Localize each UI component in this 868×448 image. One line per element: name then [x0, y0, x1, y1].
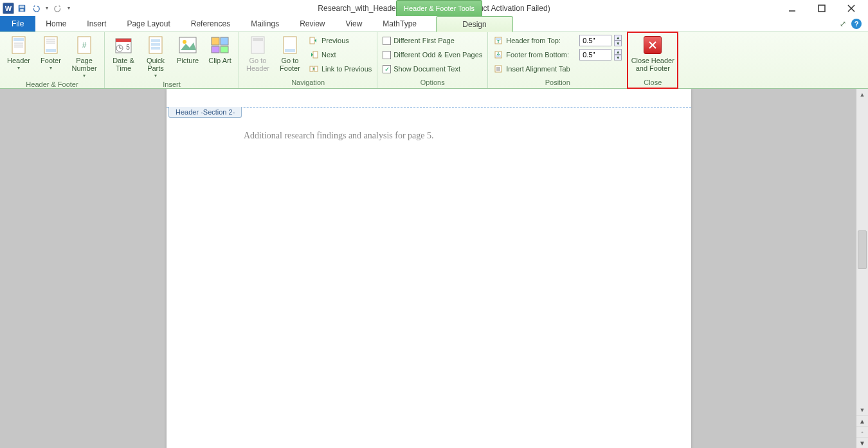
header-icon — [8, 35, 29, 55]
svg-rect-42 — [314, 66, 318, 71]
svg-rect-4 — [818, 5, 825, 12]
spin-down[interactable]: ▼ — [614, 55, 622, 61]
footer-icon — [41, 35, 61, 55]
svg-rect-32 — [221, 37, 228, 45]
maximize-button[interactable] — [813, 2, 831, 15]
svg-rect-31 — [212, 37, 219, 45]
footer-from-bottom-row: Footer from Bottom: ▲▼ — [491, 48, 624, 62]
window-controls — [783, 2, 865, 15]
spin-down[interactable]: ▼ — [614, 41, 622, 46]
tab-file[interactable]: File — [0, 16, 35, 32]
svg-rect-34 — [221, 46, 228, 53]
goto-footer-button[interactable]: Go to Footer — [274, 33, 306, 72]
svg-rect-1 — [20, 5, 24, 8]
vertical-scrollbar[interactable]: ▲ ▼ ▲ ◦ ▼ — [856, 89, 868, 448]
page-number-button[interactable]: # Page Number▾ — [67, 33, 102, 80]
clip-art-button[interactable]: Clip Art — [204, 33, 236, 64]
quick-parts-button[interactable]: Quick Parts▾ — [140, 33, 172, 80]
group-label: Options — [380, 78, 485, 88]
svg-rect-38 — [285, 49, 295, 52]
contextual-tab-label: Header & Footer Tools — [396, 0, 482, 16]
goto-header-button: Go to Header — [242, 33, 274, 72]
group-label: Navigation — [242, 78, 374, 88]
tab-view[interactable]: View — [336, 16, 373, 32]
save-icon[interactable] — [15, 2, 28, 15]
page-number-icon: # — [74, 35, 95, 55]
tab-mathtype[interactable]: MathType — [372, 16, 427, 32]
tab-insert[interactable]: Insert — [77, 16, 116, 32]
header-section-label: Header -Section 2- — [168, 107, 242, 118]
tab-mailings[interactable]: Mailings — [240, 16, 289, 32]
group-header-footer: Header▾ Footer▾ # Page Number▾ Header & … — [0, 32, 105, 88]
page[interactable]: Header -Section 2- Additional research f… — [167, 89, 691, 448]
link-to-previous-button[interactable]: Link to Previous — [306, 62, 374, 76]
spin-up[interactable]: ▲ — [614, 49, 622, 55]
redo-icon[interactable] — [51, 2, 64, 15]
quick-parts-icon — [145, 35, 166, 55]
next-page-button[interactable]: ▼ — [856, 437, 868, 448]
svg-rect-39 — [310, 37, 314, 44]
previous-page-button[interactable]: ▲ — [856, 415, 868, 426]
group-label: Insert — [107, 80, 236, 89]
footer-from-bottom-input[interactable] — [579, 49, 611, 61]
document-area[interactable]: Header -Section 2- Additional research f… — [0, 89, 856, 448]
checkbox-icon — [383, 37, 391, 45]
close-header-footer-button[interactable]: Close Header and Footer — [630, 33, 675, 72]
svg-rect-36 — [253, 38, 263, 41]
link-icon — [309, 64, 319, 74]
svg-point-30 — [183, 40, 186, 44]
svg-text:#: # — [82, 41, 87, 50]
header-top-icon — [493, 35, 503, 46]
svg-rect-40 — [313, 51, 318, 58]
group-position: Header from Top: ▲▼ Footer from Bottom: … — [488, 32, 628, 88]
show-document-text-checkbox[interactable]: ✓ Show Document Text — [380, 62, 485, 76]
next-button[interactable]: Next — [306, 48, 374, 62]
close-window-button[interactable] — [842, 2, 860, 15]
svg-text:5: 5 — [126, 44, 130, 51]
group-label: Header & Footer — [3, 80, 102, 89]
header-from-top-input[interactable] — [579, 35, 611, 46]
group-label: Close — [630, 78, 675, 88]
checkbox-checked-icon: ✓ — [383, 65, 391, 73]
header-from-top-row: Header from Top: ▲▼ — [491, 33, 624, 48]
different-first-page-checkbox[interactable]: Different First Page — [380, 33, 485, 48]
date-time-button[interactable]: 5 Date & Time — [107, 33, 140, 72]
picture-icon — [177, 35, 198, 55]
help-icon[interactable]: ? — [851, 19, 862, 29]
browse-object-controls: ▲ ◦ ▼ — [856, 415, 868, 448]
document-name: Research_with_Header — [318, 4, 398, 13]
group-options: Different First Page Different Odd & Eve… — [377, 32, 488, 88]
title-bar: W ▾ ▾ Research_with_Header-Microsoft Wor… — [0, 0, 868, 16]
checkbox-icon — [383, 51, 391, 59]
previous-button[interactable]: Previous — [306, 33, 374, 48]
word-app-icon[interactable]: W — [3, 3, 14, 14]
calendar-icon: 5 — [113, 35, 134, 55]
scroll-thumb[interactable] — [858, 230, 867, 269]
header-boundary-line — [167, 107, 691, 107]
tab-design[interactable]: Design — [436, 16, 513, 32]
insert-alignment-tab-button[interactable]: Insert Alignment Tab — [491, 62, 624, 76]
qat-customize-icon[interactable]: ▾ — [66, 2, 72, 15]
ribbon: Header▾ Footer▾ # Page Number▾ Header & … — [0, 32, 868, 89]
picture-button[interactable]: Picture — [172, 33, 204, 64]
tab-home[interactable]: Home — [35, 16, 77, 32]
tab-references[interactable]: References — [181, 16, 240, 32]
header-button[interactable]: Header▾ — [3, 33, 35, 72]
undo-dropdown-icon[interactable]: ▾ — [44, 2, 50, 15]
group-navigation: Go to Header Go to Footer Previous Next … — [239, 32, 377, 88]
svg-rect-8 — [14, 38, 24, 41]
ribbon-minimize-icon[interactable]: ⤢ — [840, 19, 846, 28]
tab-page-layout[interactable]: Page Layout — [116, 16, 180, 32]
footer-bottom-icon — [493, 50, 503, 60]
svg-rect-27 — [151, 43, 160, 46]
scroll-down-button[interactable]: ▼ — [856, 404, 868, 415]
select-browse-object-button[interactable]: ◦ — [856, 426, 868, 437]
document-body-text[interactable]: Additional research findings and analysi… — [244, 131, 433, 141]
undo-icon[interactable] — [30, 2, 42, 15]
scroll-up-button[interactable]: ▲ — [856, 89, 868, 100]
different-odd-even-checkbox[interactable]: Different Odd & Even Pages — [380, 48, 485, 62]
tab-review[interactable]: Review — [289, 16, 335, 32]
footer-button[interactable]: Footer▾ — [35, 33, 67, 72]
minimize-button[interactable] — [783, 2, 801, 15]
spin-up[interactable]: ▲ — [614, 35, 622, 41]
